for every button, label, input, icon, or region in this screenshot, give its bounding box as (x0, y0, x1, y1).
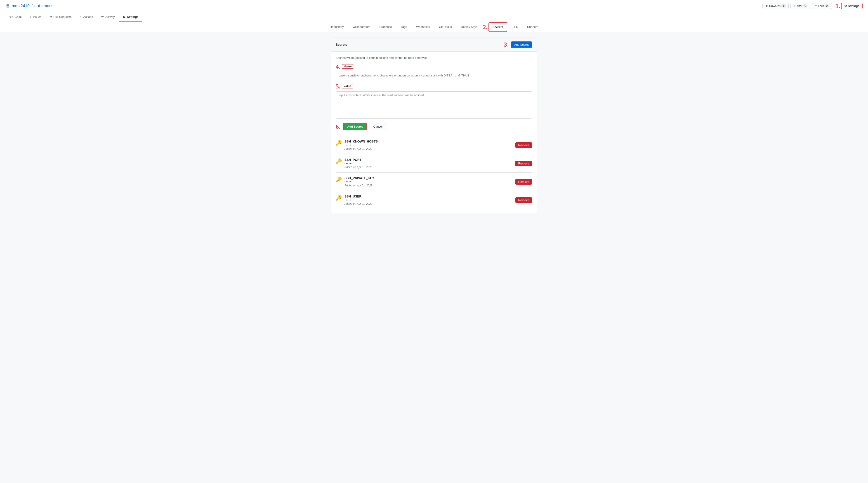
repo-icon: 🖥 (5, 3, 10, 8)
secret-date: Added on Apr 01, 2023 (344, 202, 372, 205)
subnav-tags[interactable]: Tags (397, 22, 410, 32)
nav-tabs: </> Code ○ Issues ⇄ Pull Requests ▷ Acti… (0, 12, 868, 22)
name-form-group: 4. Name (336, 63, 532, 79)
subnav-git-hooks[interactable]: Git Hooks (435, 22, 456, 32)
top-header: 🖥 mmk2410 / dot-emacs 👁 Unwatch 1 ☆ Star… (0, 0, 868, 12)
secret-info: SSH_PRIVATE_KEY •••••• Added on Apr 01, … (344, 176, 374, 187)
cancel-button[interactable]: Cancel (370, 123, 386, 130)
star-button[interactable]: ☆ Star 0 (790, 3, 811, 9)
annotation-4: 4. (336, 63, 340, 70)
secret-item-left: 🔑 SSH_PRIVATE_KEY •••••• Added on Apr 01… (336, 176, 374, 187)
secrets-card: Secrets 3. Add Secret Secrets will be pa… (331, 37, 537, 214)
secret-info: SSH_USER •••••• Added on Apr 01, 2023 (344, 195, 372, 205)
secret-item-left: 🔑 SSH_PORT •••••• Added on Apr 01, 2023 (336, 158, 372, 169)
unwatch-button[interactable]: 👁 Unwatch 1 (763, 3, 789, 9)
eye-icon: 👁 (765, 4, 768, 8)
annotation-2: 2. (483, 24, 488, 31)
secret-name: SSH_PRIVATE_KEY (344, 176, 374, 180)
star-icon: ☆ (794, 4, 796, 8)
secret-item-left: 🔑 SSH_KNOWN_HOSTS •••••• Added on Apr 01… (336, 140, 378, 150)
card-title: Secrets (336, 43, 347, 46)
add-secret-submit-button[interactable]: Add Secret (343, 123, 367, 130)
annotation-6: 6. (336, 123, 340, 130)
repo-title: 🖥 mmk2410 / dot-emacs (5, 3, 53, 8)
name-input[interactable] (336, 72, 532, 79)
tab-activity[interactable]: 〜 Activity (97, 12, 118, 22)
form-actions: 6. Add Secret Cancel (336, 123, 532, 130)
pr-icon: ⇄ (50, 15, 52, 19)
value-textarea[interactable] (336, 91, 532, 118)
actions-icon: ▷ (80, 15, 82, 19)
key-icon: 🔑 (336, 195, 342, 201)
activity-icon: 〜 (101, 15, 104, 19)
secret-item-ssh-port: 🔑 SSH_PORT •••••• Added on Apr 01, 2023 … (336, 154, 532, 172)
settings-subnav: Repository Collaborators Branches Tags W… (0, 22, 868, 32)
subnav-repository[interactable]: Repository (326, 22, 347, 32)
remove-ssh-known-hosts-button[interactable]: Remove (515, 142, 532, 148)
secret-name: SSH_KNOWN_HOSTS (344, 140, 378, 143)
card-body: Secrets will be passed to certain action… (331, 52, 537, 214)
value-label: Value (342, 84, 353, 88)
secret-info: SSH_PORT •••••• Added on Apr 01, 2023 (344, 158, 372, 169)
subnav-deploy-keys[interactable]: Deploy Keys (457, 22, 481, 32)
separator: / (31, 4, 33, 8)
annotation-1: 1. (835, 2, 840, 9)
subnav-lfs[interactable]: LFS (509, 22, 522, 32)
secret-info: SSH_KNOWN_HOSTS •••••• Added on Apr 01, … (344, 140, 378, 150)
subnav-branches[interactable]: Branches (376, 22, 395, 32)
name-label: Name (342, 64, 353, 69)
code-icon: </> (9, 15, 13, 19)
key-icon: 🔑 (336, 177, 342, 182)
tab-code[interactable]: </> Code (5, 12, 25, 22)
key-icon: 🔑 (336, 159, 342, 164)
secret-dots: •••••• (344, 180, 374, 183)
subnav-secrets[interactable]: Secrets (489, 22, 507, 32)
annotation-3: 3. (504, 41, 509, 48)
tab-actions[interactable]: ▷ Actions (76, 12, 97, 22)
subnav-collaborators[interactable]: Collaborators (349, 22, 374, 32)
issues-icon: ○ (30, 15, 32, 19)
secret-date: Added on Apr 01, 2023 (344, 184, 374, 187)
secrets-list: 🔑 SSH_KNOWN_HOSTS •••••• Added on Apr 01… (336, 136, 532, 209)
secret-name: SSH_PORT (344, 158, 372, 162)
key-icon: 🔑 (336, 140, 342, 146)
secret-item-ssh-known-hosts: 🔑 SSH_KNOWN_HOSTS •••••• Added on Apr 01… (336, 136, 532, 154)
secret-name: SSH_USER (344, 195, 372, 198)
tab-issues[interactable]: ○ Issues (26, 12, 45, 22)
repo-owner-link[interactable]: mmk2410 (12, 4, 30, 8)
tab-settings[interactable]: ⚙ Settings (119, 12, 142, 22)
tab-pull-requests[interactable]: ⇄ Pull Requests (46, 12, 75, 22)
settings-button[interactable]: ⚙ Settings (841, 3, 863, 9)
secret-item-left: 🔑 SSH_USER •••••• Added on Apr 01, 2023 (336, 195, 372, 205)
annotation-5: 5. (336, 83, 340, 90)
subnav-runners[interactable]: Runners (524, 22, 542, 32)
header-actions: 👁 Unwatch 1 ☆ Star 0 ⑂ Fork 0 (763, 3, 832, 9)
secret-dots: •••••• (344, 144, 378, 147)
add-secret-header-button[interactable]: Add Secret (510, 41, 532, 48)
secret-dots: •••••• (344, 199, 372, 202)
remove-ssh-port-button[interactable]: Remove (515, 161, 532, 166)
card-header: Secrets 3. Add Secret (331, 38, 537, 52)
settings-nav-icon: ⚙ (123, 15, 125, 19)
subnav-webhooks[interactable]: Webhooks (412, 22, 434, 32)
remove-ssh-user-button[interactable]: Remove (515, 197, 532, 203)
main-content: Secrets 3. Add Secret Secrets will be pa… (326, 37, 542, 214)
secret-dots: •••••• (344, 162, 372, 165)
fork-button[interactable]: ⑂ Fork 0 (812, 3, 832, 9)
remove-ssh-private-key-button[interactable]: Remove (515, 179, 532, 184)
value-form-group: 5. Value (336, 83, 532, 119)
form-description: Secrets will be passed to certain action… (336, 56, 532, 59)
secret-item-ssh-user: 🔑 SSH_USER •••••• Added on Apr 01, 2023 … (336, 191, 532, 209)
repo-name-link[interactable]: dot-emacs (34, 4, 53, 8)
secret-item-ssh-private-key: 🔑 SSH_PRIVATE_KEY •••••• Added on Apr 01… (336, 172, 532, 191)
fork-icon: ⑂ (815, 4, 817, 8)
secret-date: Added on Apr 01, 2023 (344, 147, 378, 150)
secret-date: Added on Apr 01, 2023 (344, 166, 372, 169)
